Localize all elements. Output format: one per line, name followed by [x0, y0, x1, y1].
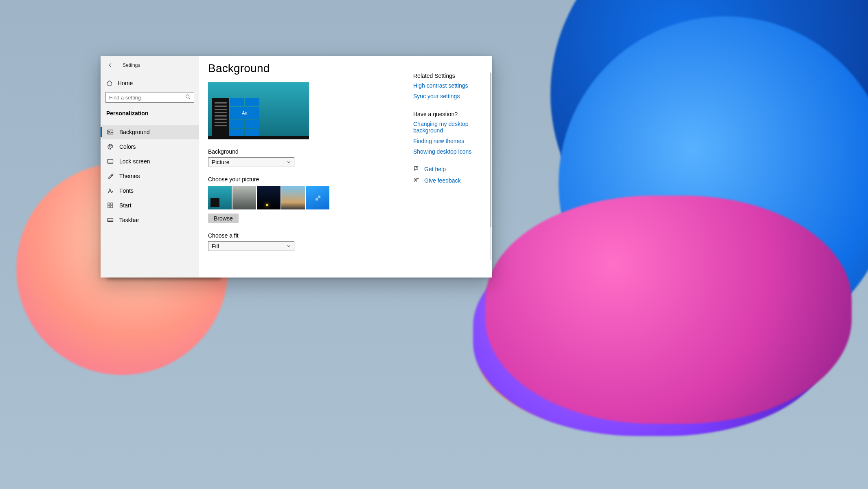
- have-question-header: Have a question?: [413, 111, 487, 117]
- svg-point-15: [414, 178, 416, 180]
- get-help-link[interactable]: Get help: [424, 166, 446, 172]
- svg-point-4: [109, 146, 110, 147]
- background-field-label: Background: [208, 148, 402, 155]
- picture-thumb-1[interactable]: [208, 186, 232, 209]
- palette-icon: [107, 143, 114, 150]
- picture-icon: [107, 129, 114, 135]
- home-nav-item[interactable]: Home: [101, 76, 199, 90]
- category-heading: Personalization: [101, 105, 199, 120]
- svg-rect-7: [108, 159, 113, 163]
- svg-point-5: [110, 145, 110, 146]
- svg-rect-8: [108, 203, 110, 205]
- nav-item-taskbar[interactable]: Taskbar: [101, 213, 199, 227]
- search-container: [101, 92, 199, 105]
- back-button[interactable]: [105, 60, 115, 70]
- help-icon: [413, 165, 419, 173]
- start-icon: [107, 202, 114, 209]
- home-icon: [106, 80, 113, 86]
- main-area: Background Aa Bac: [199, 56, 492, 278]
- link-change-background[interactable]: Changing my desktop background: [413, 121, 487, 134]
- picture-thumbnails: [208, 186, 402, 209]
- give-feedback-link[interactable]: Give feedback: [424, 177, 461, 184]
- choose-picture-label: Choose your picture: [208, 176, 402, 183]
- nav-item-label: Fonts: [119, 187, 134, 194]
- scrollbar-thumb[interactable]: [490, 73, 491, 227]
- lock-screen-icon: [107, 158, 114, 165]
- background-dropdown[interactable]: Picture: [208, 157, 294, 167]
- app-title: Settings: [123, 62, 140, 68]
- get-help-row: Get help: [413, 165, 487, 173]
- feedback-icon: [413, 177, 419, 184]
- nav-item-fonts[interactable]: Fonts: [101, 183, 199, 198]
- nav-item-label: Background: [119, 129, 150, 135]
- svg-rect-11: [111, 206, 113, 208]
- svg-rect-9: [111, 203, 113, 205]
- search-field[interactable]: [109, 95, 185, 101]
- browse-button[interactable]: Browse: [208, 214, 239, 223]
- picture-thumb-4[interactable]: [281, 186, 305, 209]
- choose-fit-label: Choose a fit: [208, 232, 402, 239]
- picture-thumb-5[interactable]: [306, 186, 329, 209]
- chevron-down-icon: [287, 243, 291, 249]
- svg-rect-13: [108, 221, 113, 222]
- nav-item-background[interactable]: Background: [101, 125, 199, 139]
- give-feedback-row: Give feedback: [413, 177, 487, 184]
- nav-item-label: Lock screen: [119, 158, 150, 165]
- navigation-pane: Settings Home Personalization Backgro: [101, 56, 199, 278]
- picture-thumb-2[interactable]: [232, 186, 256, 209]
- svg-point-1: [186, 95, 189, 98]
- nav-item-label: Colors: [119, 143, 136, 150]
- link-show-icons[interactable]: Showing desktop icons: [413, 148, 487, 155]
- nav-item-start[interactable]: Start: [101, 198, 199, 213]
- background-preview: Aa: [208, 82, 309, 139]
- fit-dropdown-value: Fill: [212, 243, 219, 249]
- nav-item-label: Taskbar: [119, 217, 139, 223]
- search-input[interactable]: [105, 92, 194, 103]
- link-sync-settings[interactable]: Sync your settings: [413, 93, 487, 99]
- svg-point-14: [416, 169, 416, 169]
- fit-dropdown[interactable]: Fill: [208, 241, 294, 251]
- nav-item-label: Themes: [119, 173, 140, 179]
- fonts-icon: [107, 187, 114, 194]
- taskbar-icon: [107, 217, 114, 223]
- related-settings-header: Related Settings: [413, 73, 487, 79]
- svg-rect-10: [108, 206, 110, 208]
- page-title: Background: [208, 62, 402, 75]
- nav-item-lock-screen[interactable]: Lock screen: [101, 154, 199, 169]
- themes-icon: [107, 173, 114, 179]
- svg-point-6: [111, 145, 112, 146]
- preview-sample-text: Aa: [230, 107, 259, 120]
- content-pane: Background Aa Bac: [199, 56, 411, 278]
- home-label: Home: [118, 80, 133, 86]
- nav-item-colors[interactable]: Colors: [101, 139, 199, 154]
- nav-header: Settings: [101, 59, 199, 73]
- settings-window: Settings Home Personalization Backgro: [101, 56, 492, 278]
- link-high-contrast[interactable]: High contrast settings: [413, 82, 487, 89]
- nav-item-label: Start: [119, 202, 132, 209]
- search-icon: [185, 94, 191, 101]
- nav-list: Background Colors Lock screen Themes: [101, 125, 199, 227]
- link-find-themes[interactable]: Finding new themes: [413, 138, 487, 144]
- picture-thumb-3[interactable]: [257, 186, 281, 209]
- related-settings-pane: Related Settings High contrast settings …: [411, 56, 492, 278]
- chevron-down-icon: [287, 159, 291, 165]
- nav-item-themes[interactable]: Themes: [101, 169, 199, 183]
- background-dropdown-value: Picture: [212, 159, 230, 165]
